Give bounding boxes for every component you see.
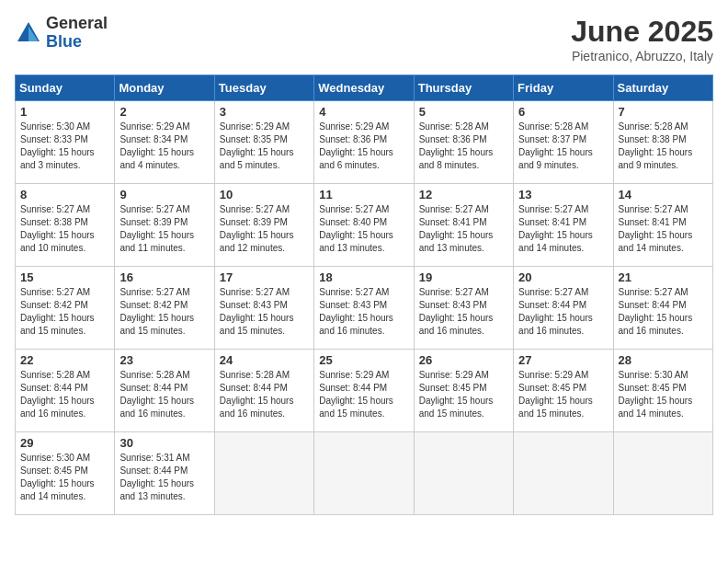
cell-content: Sunrise: 5:27 AMSunset: 8:42 PMDaylight:…: [20, 287, 95, 336]
calendar-table: Sunday Monday Tuesday Wednesday Thursday…: [15, 75, 713, 515]
calendar-row: 22Sunrise: 5:28 AMSunset: 8:44 PMDayligh…: [16, 350, 713, 432]
day-number: 5: [419, 105, 508, 119]
day-number: 11: [319, 188, 408, 201]
day-number: 9: [119, 188, 209, 201]
table-row: 3Sunrise: 5:29 AMSunset: 8:35 PMDaylight…: [214, 101, 313, 184]
col-friday: Friday: [514, 75, 613, 101]
page-header: General Blue June 2025 Pietranico, Abruz…: [15, 15, 713, 63]
cell-content: Sunrise: 5:29 AMSunset: 8:34 PMDaylight:…: [119, 121, 194, 170]
table-row: 24Sunrise: 5:28 AMSunset: 8:44 PMDayligh…: [214, 350, 313, 432]
day-number: 14: [619, 188, 708, 201]
cell-content: Sunrise: 5:31 AMSunset: 8:44 PMDaylight:…: [119, 453, 194, 501]
day-number: 10: [220, 188, 309, 201]
cell-content: Sunrise: 5:29 AMSunset: 8:45 PMDaylight:…: [518, 370, 593, 419]
day-number: 25: [319, 353, 408, 367]
cell-content: Sunrise: 5:27 AMSunset: 8:39 PMDaylight:…: [220, 204, 294, 253]
table-row: 14Sunrise: 5:27 AMSunset: 8:41 PMDayligh…: [613, 184, 712, 267]
logo-icon: [15, 19, 42, 47]
table-row: 7Sunrise: 5:28 AMSunset: 8:38 PMDaylight…: [613, 101, 712, 184]
cell-content: Sunrise: 5:28 AMSunset: 8:38 PMDaylight:…: [619, 121, 693, 170]
calendar-row: 29Sunrise: 5:30 AMSunset: 8:45 PMDayligh…: [16, 432, 713, 515]
table-row: [414, 432, 513, 515]
day-number: 26: [419, 353, 508, 367]
table-row: 20Sunrise: 5:27 AMSunset: 8:44 PMDayligh…: [514, 267, 613, 350]
table-row: 26Sunrise: 5:29 AMSunset: 8:45 PMDayligh…: [414, 350, 513, 432]
table-row: 19Sunrise: 5:27 AMSunset: 8:43 PMDayligh…: [414, 267, 513, 350]
table-row: 5Sunrise: 5:28 AMSunset: 8:36 PMDaylight…: [414, 101, 513, 184]
day-number: 7: [619, 105, 708, 119]
table-row: [214, 432, 313, 515]
table-row: 27Sunrise: 5:29 AMSunset: 8:45 PMDayligh…: [514, 350, 613, 432]
cell-content: Sunrise: 5:28 AMSunset: 8:44 PMDaylight:…: [20, 370, 95, 419]
table-row: 22Sunrise: 5:28 AMSunset: 8:44 PMDayligh…: [16, 350, 115, 432]
day-number: 23: [119, 353, 209, 367]
cell-content: Sunrise: 5:28 AMSunset: 8:37 PMDaylight:…: [518, 121, 593, 170]
table-row: 12Sunrise: 5:27 AMSunset: 8:41 PMDayligh…: [414, 184, 513, 267]
day-number: 20: [518, 270, 608, 284]
day-number: 27: [518, 353, 608, 367]
day-number: 30: [119, 436, 209, 450]
cell-content: Sunrise: 5:28 AMSunset: 8:44 PMDaylight:…: [220, 370, 294, 419]
cell-content: Sunrise: 5:27 AMSunset: 8:40 PMDaylight:…: [319, 204, 393, 253]
calendar-header-row: Sunday Monday Tuesday Wednesday Thursday…: [16, 75, 713, 101]
col-monday: Monday: [115, 75, 214, 101]
day-number: 1: [20, 105, 109, 119]
table-row: 11Sunrise: 5:27 AMSunset: 8:40 PMDayligh…: [314, 184, 414, 267]
day-number: 17: [220, 270, 309, 284]
table-row: 15Sunrise: 5:27 AMSunset: 8:42 PMDayligh…: [16, 267, 115, 350]
table-row: [613, 432, 712, 515]
table-row: 1Sunrise: 5:30 AMSunset: 8:33 PMDaylight…: [16, 101, 115, 184]
table-row: 23Sunrise: 5:28 AMSunset: 8:44 PMDayligh…: [115, 350, 214, 432]
table-row: 4Sunrise: 5:29 AMSunset: 8:36 PMDaylight…: [314, 101, 414, 184]
location: Pietranico, Abruzzo, Italy: [571, 49, 713, 63]
table-row: 18Sunrise: 5:27 AMSunset: 8:43 PMDayligh…: [314, 267, 414, 350]
cell-content: Sunrise: 5:28 AMSunset: 8:36 PMDaylight:…: [419, 121, 494, 170]
cell-content: Sunrise: 5:27 AMSunset: 8:43 PMDaylight:…: [220, 287, 294, 336]
table-row: 17Sunrise: 5:27 AMSunset: 8:43 PMDayligh…: [214, 267, 313, 350]
day-number: 6: [518, 105, 608, 119]
table-row: 2Sunrise: 5:29 AMSunset: 8:34 PMDaylight…: [115, 101, 214, 184]
day-number: 22: [20, 353, 109, 367]
day-number: 16: [119, 270, 209, 284]
cell-content: Sunrise: 5:30 AMSunset: 8:33 PMDaylight:…: [20, 121, 95, 170]
cell-content: Sunrise: 5:29 AMSunset: 8:44 PMDaylight:…: [319, 370, 393, 419]
cell-content: Sunrise: 5:27 AMSunset: 8:43 PMDaylight:…: [419, 287, 494, 336]
cell-content: Sunrise: 5:27 AMSunset: 8:44 PMDaylight:…: [518, 287, 593, 336]
logo: General Blue: [15, 15, 108, 52]
cell-content: Sunrise: 5:27 AMSunset: 8:39 PMDaylight:…: [119, 204, 194, 253]
day-number: 3: [220, 105, 309, 119]
title-block: June 2025 Pietranico, Abruzzo, Italy: [571, 15, 713, 63]
cell-content: Sunrise: 5:29 AMSunset: 8:35 PMDaylight:…: [220, 121, 294, 170]
logo-blue: Blue: [46, 32, 82, 51]
day-number: 29: [20, 436, 109, 450]
month-title: June 2025: [571, 15, 713, 49]
cell-content: Sunrise: 5:27 AMSunset: 8:41 PMDaylight:…: [419, 204, 494, 253]
cell-content: Sunrise: 5:27 AMSunset: 8:44 PMDaylight:…: [619, 287, 693, 336]
cell-content: Sunrise: 5:28 AMSunset: 8:44 PMDaylight:…: [119, 370, 194, 419]
cell-content: Sunrise: 5:27 AMSunset: 8:42 PMDaylight:…: [119, 287, 194, 336]
cell-content: Sunrise: 5:27 AMSunset: 8:43 PMDaylight:…: [319, 287, 393, 336]
table-row: [514, 432, 613, 515]
day-number: 21: [619, 270, 708, 284]
col-tuesday: Tuesday: [214, 75, 313, 101]
col-saturday: Saturday: [613, 75, 712, 101]
day-number: 8: [20, 188, 109, 201]
day-number: 28: [619, 353, 708, 367]
calendar-row: 8Sunrise: 5:27 AMSunset: 8:38 PMDaylight…: [16, 184, 713, 267]
table-row: 9Sunrise: 5:27 AMSunset: 8:39 PMDaylight…: [115, 184, 214, 267]
table-row: 29Sunrise: 5:30 AMSunset: 8:45 PMDayligh…: [16, 432, 115, 515]
cell-content: Sunrise: 5:30 AMSunset: 8:45 PMDaylight:…: [619, 370, 693, 419]
cell-content: Sunrise: 5:27 AMSunset: 8:41 PMDaylight:…: [518, 204, 593, 253]
day-number: 15: [20, 270, 109, 284]
table-row: 6Sunrise: 5:28 AMSunset: 8:37 PMDaylight…: [514, 101, 613, 184]
day-number: 24: [220, 353, 309, 367]
table-row: 16Sunrise: 5:27 AMSunset: 8:42 PMDayligh…: [115, 267, 214, 350]
logo-general: General: [46, 14, 108, 32]
cell-content: Sunrise: 5:29 AMSunset: 8:45 PMDaylight:…: [419, 370, 494, 419]
table-row: 21Sunrise: 5:27 AMSunset: 8:44 PMDayligh…: [613, 267, 712, 350]
calendar-row: 15Sunrise: 5:27 AMSunset: 8:42 PMDayligh…: [16, 267, 713, 350]
day-number: 18: [319, 270, 408, 284]
col-sunday: Sunday: [16, 75, 115, 101]
day-number: 19: [419, 270, 508, 284]
logo-text: General Blue: [46, 15, 108, 52]
